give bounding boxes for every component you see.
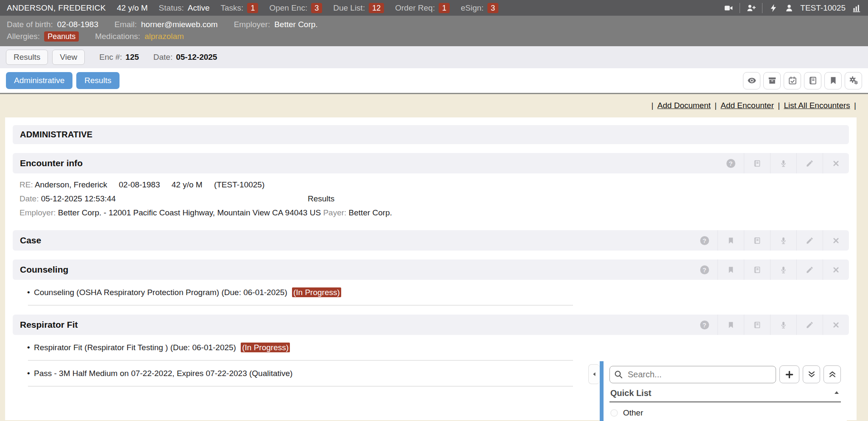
list-all-encounters-link[interactable]: List All Encounters [784,101,850,110]
list-item: • Counseling (OSHA Respiratory Protectio… [28,285,573,300]
help-button[interactable]: ? [691,230,718,251]
close-button[interactable] [823,315,849,335]
due-list-label: Due List: [333,3,365,13]
add-encounter-link[interactable]: Add Encounter [721,101,774,110]
allergy-badge[interactable]: Peanuts [44,31,79,42]
expand-all-button[interactable] [803,365,820,383]
open-enc-count-badge[interactable]: 3 [311,3,322,13]
results-button[interactable]: Results [76,72,119,89]
edit-button[interactable] [796,315,823,335]
status-label: Status: [159,3,184,13]
due-list-count-badge[interactable]: 12 [369,3,384,13]
triangle-up-icon[interactable] [833,389,840,398]
settings-button[interactable] [845,72,862,89]
tab-view[interactable]: View [52,50,85,65]
divider [28,360,573,361]
medication-value[interactable]: alprazolam [145,31,184,42]
section-title: Counseling [20,265,68,275]
close-button[interactable] [823,230,849,251]
list-item: • Pass - 3M Half Medium on 07-22-2022, E… [28,366,573,381]
edit-button[interactable] [796,153,823,173]
book-button[interactable] [744,259,770,280]
book-icon [753,321,761,329]
tasks-count-badge[interactable]: 1 [247,3,258,13]
triangle-left-icon [591,371,598,377]
lightning-icon[interactable] [769,3,778,13]
section-title: Case [20,235,41,245]
close-button[interactable] [823,259,849,280]
dictate-button[interactable] [770,315,796,335]
book-icon [753,266,761,274]
eye-button[interactable] [743,72,760,89]
book-button[interactable] [744,315,770,335]
help-button[interactable]: ? [718,153,744,173]
add-button[interactable] [779,365,799,383]
patient-header-bar: ANDERSON, FREDERICK 42 y/o M Status: Act… [0,0,868,16]
dictate-button[interactable] [770,259,796,280]
tab-results[interactable]: Results [6,50,48,65]
user-icon[interactable] [785,3,794,13]
close-button[interactable] [823,153,849,173]
help-button[interactable]: ? [691,259,718,280]
user-id[interactable]: TEST-10025 [800,3,846,13]
close-icon [832,266,840,274]
quick-list-title: Quick List [610,388,651,398]
book-icon [753,159,761,167]
book-button[interactable] [744,230,770,251]
section-header-encounter-info: Encounter info ? [13,153,849,173]
pencil-icon [806,266,814,274]
link-separator: | [651,101,654,110]
divider [28,305,573,306]
order-req-count-badge[interactable]: 1 [439,3,450,13]
administrative-button[interactable]: Administrative [6,72,72,89]
quick-list-panel: Quick List Other [604,361,847,421]
patient-age-sex: 42 y/o M [117,3,148,13]
bullet: • [27,343,30,352]
pencil-icon [806,237,814,245]
collapse-panel-button[interactable] [588,364,600,384]
archive-button[interactable] [763,72,781,89]
re-chart-id: (TEST-10025) [214,180,264,189]
quick-links-row: | Add Document | Add Encounter | List Al… [0,94,868,110]
divider [28,386,573,387]
bookmark-button[interactable] [718,315,744,335]
search-input[interactable] [609,366,776,383]
patient-name: ANDERSON, FREDERICK [7,3,106,13]
re-line: RE: Anderson, Frederick 02-08-1983 42 y/… [19,178,842,192]
chart-stats-icon[interactable] [852,3,861,13]
quick-list-item-other[interactable]: Other [609,408,841,418]
add-document-link[interactable]: Add Document [657,101,711,110]
microphone-icon [779,159,787,167]
respirator-fit-items: • Pass - 3M Half Medium on 07-22-2022, E… [13,366,573,381]
quick-list-item-label: Other [623,408,643,418]
edit-button[interactable] [796,230,823,251]
book-button[interactable] [744,153,770,173]
allergies-label: Allergies: [7,31,40,42]
close-icon [832,237,840,245]
book-icon [753,237,761,245]
re-patient-name: Anderson, Frederick [35,180,107,189]
bookmark-button[interactable] [718,259,744,280]
add-user-icon[interactable] [746,3,756,13]
counseling-items: • Counseling (OSHA Respiratory Protectio… [13,285,573,300]
date-line: Date: 05-12-2025 12:53:44 Results [19,192,842,206]
edit-button[interactable] [796,259,823,280]
book-button[interactable] [804,72,821,89]
eye-icon [747,76,757,85]
quick-list-header[interactable]: Quick List [609,388,841,398]
close-icon [832,159,840,167]
video-camera-icon[interactable] [724,3,733,13]
radio-button[interactable] [610,409,618,417]
bookmark-icon [727,321,735,329]
bookmark-button[interactable] [824,72,842,89]
open-enc-label: Open Enc: [269,3,307,13]
payer-label: Payer: [323,208,346,217]
employer-value: Better Corp. [274,19,317,31]
help-button[interactable]: ? [691,315,718,335]
dictate-button[interactable] [770,230,796,251]
esign-count-badge[interactable]: 3 [487,3,498,13]
dictate-button[interactable] [770,153,796,173]
collapse-all-button[interactable] [823,365,841,383]
bookmark-button[interactable] [718,230,744,251]
calendar-button[interactable] [784,72,801,89]
